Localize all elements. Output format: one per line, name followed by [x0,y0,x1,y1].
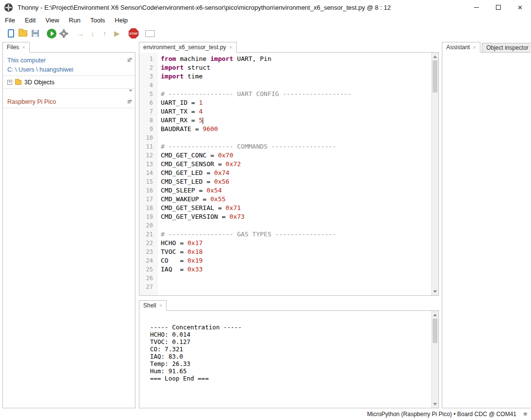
new-file-icon [8,29,14,38]
folder-icon [15,80,21,85]
interpreter-status-label[interactable]: MicroPython (Raspberry Pi Pico) • Board … [367,411,516,418]
line-number: 20 [139,221,153,230]
tab-files-label: Files [7,44,19,51]
tab-editor-close-icon[interactable] [229,45,232,50]
debug-script-button[interactable] [58,27,70,40]
code-line: 11# ----------------- COMMANDS ---------… [139,142,431,151]
open-file-button[interactable] [17,27,29,40]
menu-file[interactable]: File [4,16,20,25]
files-tree[interactable]: This computer C: \ Users \ huangshiwei 3… [3,53,135,408]
assistant-panel [442,52,531,408]
new-file-button[interactable] [5,27,17,40]
menu-view[interactable]: View [44,16,64,25]
shell-scrollbar[interactable] [431,311,438,408]
right-tab-row: Assistant Object inspector [442,42,531,53]
step-into-button[interactable]: ↓ [87,27,98,40]
line-number: 2 [139,63,153,72]
window-controls [465,0,531,15]
ukraine-flag-icon [145,30,155,37]
tab-assistant-label: Assistant [446,44,470,51]
save-button[interactable] [29,27,41,40]
shell-line: IAQ: 83.0 [150,353,431,360]
shell-output[interactable]: ----- Concentration -----HCHO: 0.014TVOC… [139,311,431,408]
support-ukraine-button[interactable] [144,27,156,40]
shell-line: CO: 7.321 [150,345,431,353]
pico-header-label: Raspberry Pi Pico [7,98,56,105]
pico-scroll-up-icon[interactable] [129,99,133,101]
save-icon [32,30,39,37]
menu-run[interactable]: Run [68,16,85,25]
menu-edit[interactable]: Edit [24,16,40,25]
line-number: 10 [139,134,153,142]
folder-3d-objects-row[interactable]: 3D Objects [3,77,135,87]
close-button[interactable] [509,0,531,15]
shell-scroll-thumb[interactable] [433,319,437,343]
files-scroll-down-icon[interactable] [129,90,133,92]
line-number: 13 [139,160,153,169]
scroll-down-icon[interactable] [432,288,438,295]
shell-line: Temp: 26.33 [150,360,431,367]
line-number: 12 [139,151,153,160]
scroll-down-icon[interactable] [432,401,438,407]
step-over-button[interactable]: → [75,27,86,40]
pico-header-row[interactable]: Raspberry Pi Pico [3,97,135,106]
menubar: File Edit View Run Tools Help [0,15,531,26]
scroll-up-icon[interactable] [432,53,438,60]
tab-files-close-icon[interactable] [22,45,25,50]
code-editor[interactable]: 1from machine import UART, Pin2import st… [139,53,431,295]
resume-button[interactable]: ▶ [111,27,123,40]
files-this-computer-row[interactable]: This computer [3,56,135,65]
menu-tools[interactable]: Tools [89,16,110,25]
thonny-logo-icon [4,3,13,12]
code-line: 10 [139,134,431,142]
files-tab-row: Files [2,42,31,53]
code-line: 16CMD_SLEEP = 0x54 [139,186,431,195]
code-line: 26 [139,274,431,283]
line-number: 27 [139,283,153,291]
open-folder-icon [19,30,27,37]
minimize-button[interactable] [465,0,487,15]
run-script-button[interactable] [46,27,57,40]
files-path-row[interactable]: C: \ Users \ huangshiwei [3,65,135,74]
line-number: 14 [139,169,153,177]
line-number: 7 [139,107,153,116]
debug-gear-icon [59,29,68,38]
line-number: 5 [139,90,153,98]
close-icon [518,3,523,12]
maximize-button[interactable] [487,0,509,15]
tab-shell-label: Shell [143,302,156,309]
scroll-up-icon[interactable] [432,311,438,318]
text-cursor [203,117,203,124]
code-line: 12CMD_GET_CONC = 0x70 [139,151,431,160]
statusbar-menu-icon[interactable] [523,410,527,418]
shell-line: TVOC: 0.127 [150,338,431,345]
shell-panel: ----- Concentration -----HCHO: 0.014TVOC… [139,310,439,408]
step-over-icon: → [77,30,84,37]
titlebar: Thonny - E:\Project\Environment X6 Senso… [0,0,531,15]
menu-help[interactable]: Help [114,16,133,25]
editor-scroll-thumb[interactable] [433,60,437,93]
code-lines: 1from machine import UART, Pin2import st… [139,55,431,291]
files-scroll-up-icon[interactable] [129,57,133,59]
line-number: 3 [139,72,153,81]
tab-shell-close-icon[interactable] [159,303,162,308]
this-computer-label: This computer [7,57,46,64]
tab-shell[interactable]: Shell [139,300,167,311]
code-line: 20 [139,221,431,230]
tab-assistant[interactable]: Assistant [442,42,480,53]
code-line: 7UART_TX = 4 [139,107,431,116]
expand-plus-icon[interactable] [7,80,12,85]
stop-restart-button[interactable]: STOP [128,27,139,40]
tab-assistant-close-icon[interactable] [473,45,476,50]
line-number: 9 [139,125,153,134]
code-line: 14CMD_GET_LED = 0x74 [139,169,431,177]
editor-tab-row: environment_x6_sensor_test.py [139,42,238,53]
tab-editor-file[interactable]: environment_x6_sensor_test.py [139,42,237,53]
divider [3,108,135,108]
tab-object-inspector[interactable]: Object inspector [482,43,531,53]
step-out-button[interactable]: ↑ [99,27,111,40]
shell-tab-row: Shell [139,300,168,311]
tab-files[interactable]: Files [2,42,30,53]
editor-scrollbar[interactable] [431,53,438,295]
resume-icon: ▶ [114,30,120,37]
